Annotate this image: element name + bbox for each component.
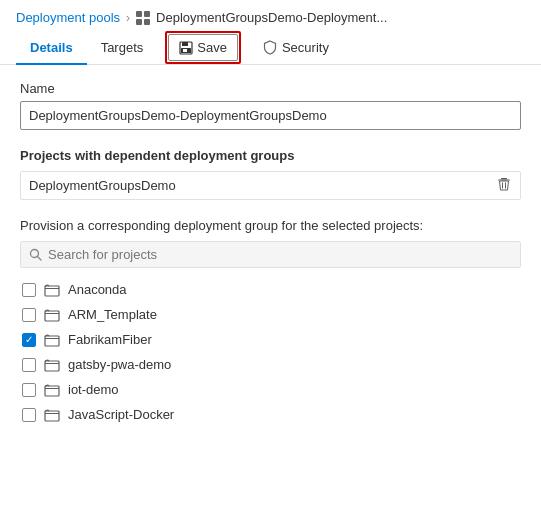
svg-rect-5 xyxy=(182,42,188,46)
project-name: iot-demo xyxy=(68,382,119,397)
project-name: Anaconda xyxy=(68,282,127,297)
dependent-groups-title: Projects with dependent deployment group… xyxy=(20,148,521,163)
breadcrumb-current-label: DeploymentGroupsDemo-Deployment... xyxy=(156,10,387,25)
svg-rect-7 xyxy=(183,49,187,52)
project-icon xyxy=(44,308,60,322)
svg-rect-2 xyxy=(136,19,142,25)
name-label: Name xyxy=(20,81,521,96)
project-name: gatsby-pwa-demo xyxy=(68,357,171,372)
project-checkbox-anaconda[interactable] xyxy=(22,283,36,297)
svg-rect-8 xyxy=(501,178,507,180)
shield-icon xyxy=(263,40,277,55)
breadcrumb-link[interactable]: Deployment pools xyxy=(16,10,120,25)
dependent-project-name: DeploymentGroupsDemo xyxy=(29,178,176,193)
svg-rect-0 xyxy=(136,11,142,17)
name-field-group: Name xyxy=(20,81,521,130)
list-item: gatsby-pwa-demo xyxy=(20,353,521,376)
svg-rect-15 xyxy=(45,311,59,321)
name-input[interactable] xyxy=(20,101,521,130)
save-icon xyxy=(179,41,193,55)
project-name: ARM_Template xyxy=(68,307,157,322)
svg-rect-16 xyxy=(45,336,59,346)
search-input[interactable] xyxy=(48,247,512,262)
save-button-wrapper: Save xyxy=(165,31,241,64)
tabs-bar: Details Targets Save Security xyxy=(0,31,541,65)
breadcrumb-current: DeploymentGroupsDemo-Deployment... xyxy=(136,10,387,25)
delete-project-button[interactable] xyxy=(496,176,512,195)
main-content: Name Projects with dependent deployment … xyxy=(0,65,541,442)
save-button-label: Save xyxy=(197,40,227,55)
save-button[interactable]: Save xyxy=(168,34,238,61)
svg-rect-14 xyxy=(45,286,59,296)
project-icon xyxy=(44,408,60,422)
list-item-fabrikamfiber: FabrikamFiber xyxy=(20,328,521,351)
svg-rect-3 xyxy=(144,19,150,25)
list-item: JavaScript-Docker xyxy=(20,403,521,426)
project-list: Anaconda ARM_Template FabrikamFiber xyxy=(20,278,521,426)
svg-rect-19 xyxy=(45,411,59,421)
search-icon xyxy=(29,248,42,261)
deployment-group-icon xyxy=(136,11,152,25)
project-name: JavaScript-Docker xyxy=(68,407,174,422)
tab-targets[interactable]: Targets xyxy=(87,32,158,65)
project-checkbox-fabrikamfiber[interactable] xyxy=(22,333,36,347)
breadcrumb-separator: › xyxy=(126,11,130,25)
project-icon xyxy=(44,358,60,372)
project-icon xyxy=(44,333,60,347)
project-checkbox-arm-template[interactable] xyxy=(22,308,36,322)
svg-rect-1 xyxy=(144,11,150,17)
project-icon xyxy=(44,283,60,297)
dependent-project-row: DeploymentGroupsDemo xyxy=(20,171,521,200)
project-checkbox-gatsby[interactable] xyxy=(22,358,36,372)
project-icon xyxy=(44,383,60,397)
list-item: Anaconda xyxy=(20,278,521,301)
trash-icon xyxy=(496,176,512,192)
svg-rect-9 xyxy=(498,180,510,181)
project-checkbox-iot-demo[interactable] xyxy=(22,383,36,397)
tab-security[interactable]: Security xyxy=(249,32,343,65)
svg-rect-17 xyxy=(45,361,59,371)
svg-line-13 xyxy=(38,257,42,261)
search-box[interactable] xyxy=(20,241,521,268)
provision-label: Provision a corresponding deployment gro… xyxy=(20,218,521,233)
tab-details[interactable]: Details xyxy=(16,32,87,65)
svg-rect-18 xyxy=(45,386,59,396)
project-checkbox-javascript-docker[interactable] xyxy=(22,408,36,422)
list-item: iot-demo xyxy=(20,378,521,401)
tab-security-label: Security xyxy=(282,40,329,55)
breadcrumb: Deployment pools › DeploymentGroupsDemo-… xyxy=(0,0,541,31)
list-item: ARM_Template xyxy=(20,303,521,326)
project-name: FabrikamFiber xyxy=(68,332,152,347)
